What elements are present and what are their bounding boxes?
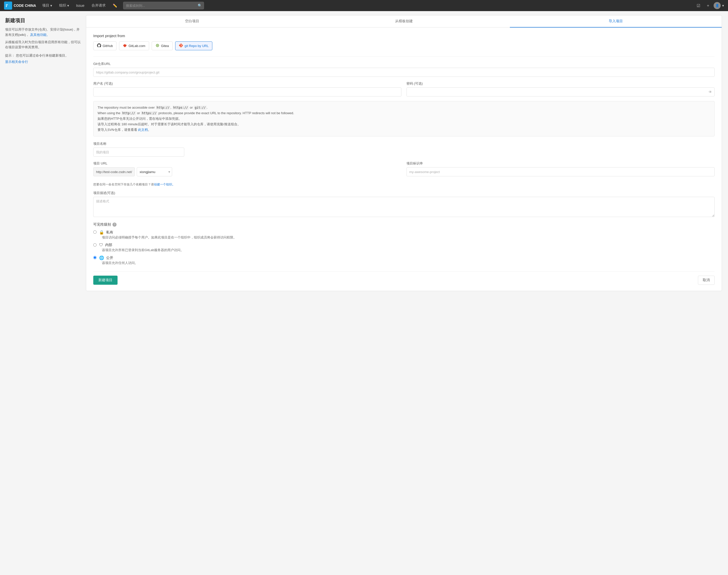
page-layout: 新建项目 项目可以用于存放文件(仓库)、安排计划(Issue)，并发布文档(wi… — [0, 11, 728, 575]
nav-orgs[interactable]: 组织 ▾ — [56, 0, 72, 11]
info-line-5: 要导入SVN仓库，请查看看 此文档。 — [98, 127, 710, 133]
password-wrap: 👁 — [407, 88, 715, 97]
nav-projects[interactable]: 项目 ▾ — [39, 0, 55, 11]
svg-point-5 — [9, 6, 10, 7]
plus-icon-btn[interactable]: ＋ — [704, 2, 712, 10]
radio-public-desc: 该项目允许任何人访问。 — [102, 261, 715, 265]
visibility-radio-group: 🔒 私有 项目访问必须明确授予每个用户。如果此项目是在一个组织中，组织成员将会获… — [93, 230, 715, 265]
sidebar-features-link[interactable]: 及其他功能。 — [30, 33, 50, 37]
user-avatar[interactable]: 👤 — [714, 2, 721, 9]
url-prefix: http://test-code.csdn.net/ — [93, 167, 135, 176]
radio-internal-desc: 该项目允许所有已登录到当前GitLab服务器的用户访问。 — [102, 248, 715, 252]
nav-issues[interactable]: Issue — [73, 0, 88, 11]
radio-private-label: 🔒 私有 — [99, 230, 113, 235]
project-name-input[interactable] — [93, 147, 184, 157]
info-line-4: 该导入过程将在 180 minute后超时。对于需要长于该时间才能导入的仓库，请… — [98, 122, 710, 127]
project-slug-label: 项目标识串 — [407, 161, 715, 166]
gitlab-icon — [123, 43, 127, 48]
project-slug-input[interactable] — [407, 167, 715, 176]
cancel-button[interactable]: 取消 — [698, 276, 715, 285]
search-input[interactable] — [123, 2, 204, 9]
svg-point-7 — [157, 45, 158, 46]
gitea-icon — [155, 43, 159, 48]
password-group: 密码 (可选) 👁 — [407, 81, 715, 97]
divider-1 — [93, 56, 715, 57]
import-buttons: GitHub GitLab.com Gitea — [93, 41, 715, 50]
import-git-url-btn[interactable]: git Repo by URL — [175, 41, 212, 50]
shield-icon: 🛡 — [99, 243, 103, 247]
visibility-private: 🔒 私有 项目访问必须明确授予每个用户。如果此项目是在一个组织中，组织成员将会获… — [93, 230, 715, 240]
tabs-container: 空白项目 从模板创建 导入项目 Import project from GitH… — [86, 15, 722, 291]
description-textarea[interactable] — [93, 197, 715, 217]
create-org-link[interactable]: 创建一个组织。 — [154, 183, 175, 186]
tab-from-template[interactable]: 从模板创建 — [298, 15, 510, 28]
logo-icon — [4, 2, 12, 10]
svg-rect-0 — [6, 4, 8, 5]
username-label: 用户名 (可选) — [93, 81, 402, 86]
nav-pen-icon[interactable]: ✏️ — [110, 0, 120, 11]
github-icon — [97, 43, 101, 48]
description-label: 项目描述(可选) — [93, 191, 715, 195]
nav-mergerequests[interactable]: 合并请求 — [89, 0, 109, 11]
svg-point-4 — [6, 6, 7, 7]
main-content: 空白项目 从模板创建 导入项目 Import project from GitH… — [86, 11, 728, 575]
svg-rect-3 — [8, 5, 10, 6]
password-label: 密码 (可选) — [407, 81, 715, 86]
url-namespace-select[interactable]: xiongjiamu — [137, 167, 172, 176]
tab-import-project[interactable]: 导入项目 — [510, 15, 722, 28]
git-url-label: Git仓库URL — [93, 62, 715, 66]
navbar: CODE CHINA 项目 ▾ 组织 ▾ Issue 合并请求 ✏️ 🔍 ☑ ＋… — [0, 0, 728, 11]
visibility-public: 🌐 公开 该项目允许任何人访问。 — [93, 256, 715, 265]
visibility-internal: 🛡 内部 该项目允许所有已登录到当前GitLab服务器的用户访问。 — [93, 243, 715, 252]
edit-icon-btn[interactable]: ☑ — [694, 2, 702, 10]
radio-public-row[interactable]: 🌐 公开 — [93, 256, 715, 260]
radio-internal-label: 🛡 内部 — [99, 243, 112, 247]
import-gitea-btn[interactable]: Gitea — [152, 41, 172, 50]
info-line-3: 如果您的HTTP仓库无法公开访问，需在地址中添加凭据。 — [98, 116, 710, 122]
radio-public-input[interactable] — [93, 256, 97, 259]
submit-button[interactable]: 新建项目 — [93, 276, 118, 285]
sidebar: 新建项目 项目可以用于存放文件(仓库)、安排计划(Issue)，并发布文档(wi… — [0, 11, 86, 575]
sidebar-desc-2: 从模板或导入时为空白项目将启用所有功能，但可以在项目设置中将其禁用。 — [5, 40, 81, 50]
description-group: 项目描述(可选) — [93, 191, 715, 218]
lock-icon: 🔒 — [99, 230, 104, 235]
logo-text: CODE CHINA — [14, 4, 36, 8]
username-input[interactable] — [93, 88, 402, 97]
git-url-input[interactable] — [93, 68, 715, 77]
tabs-header: 空白项目 从模板创建 导入项目 — [86, 15, 722, 28]
project-name-group: 项目名称 — [93, 141, 715, 157]
svn-doc-link[interactable]: 此文档 — [138, 128, 148, 132]
credentials-row: 用户名 (可选) 密码 (可选) 👁 — [93, 81, 715, 101]
form-actions: 新建项目 取消 — [93, 271, 715, 285]
info-line-2: When using the http:// or https:// proto… — [98, 110, 710, 116]
radio-internal-row[interactable]: 🛡 内部 — [93, 243, 715, 247]
url-select-wrap: xiongjiamu ▾ — [137, 167, 172, 176]
password-input[interactable] — [407, 88, 715, 97]
page-title: 新建项目 — [5, 17, 81, 24]
pen-icon: ✏️ — [113, 4, 117, 8]
radio-internal-input[interactable] — [93, 243, 97, 246]
radio-private-row[interactable]: 🔒 私有 — [93, 230, 715, 235]
project-name-label: 项目名称 — [93, 141, 715, 146]
import-from-title: Import project from — [93, 34, 715, 38]
globe-icon: 🌐 — [99, 256, 104, 260]
logo[interactable]: CODE CHINA — [4, 2, 36, 10]
eye-icon[interactable]: 👁 — [708, 90, 712, 94]
radio-public-label: 🌐 公开 — [99, 256, 113, 260]
nav-right: ☑ ＋ 👤 ▾ — [694, 2, 724, 10]
import-gitlab-btn[interactable]: GitLab.com — [119, 41, 149, 50]
form-area: Import project from GitHub GitLab.com — [86, 28, 722, 291]
tab-blank-project[interactable]: 空白项目 — [86, 15, 298, 28]
git-icon — [179, 43, 183, 48]
project-url-group: 项目 URL http://test-code.csdn.net/ xiongj… — [93, 161, 402, 176]
help-icon[interactable]: ? — [113, 223, 117, 227]
sidebar-tip: 提示： 您也可以通过命令行来创建新项目。 显示相关命令行 — [5, 53, 81, 65]
import-github-btn[interactable]: GitHub — [93, 41, 117, 50]
info-box: The repository must be accessible over h… — [93, 101, 715, 136]
avatar-chevron-icon[interactable]: ▾ — [722, 4, 724, 8]
show-commands-link[interactable]: 显示相关命令行 — [5, 59, 81, 65]
username-group: 用户名 (可选) — [93, 81, 402, 97]
radio-private-input[interactable] — [93, 230, 97, 234]
svg-rect-2 — [8, 4, 10, 5]
search-icon: 🔍 — [198, 4, 202, 8]
